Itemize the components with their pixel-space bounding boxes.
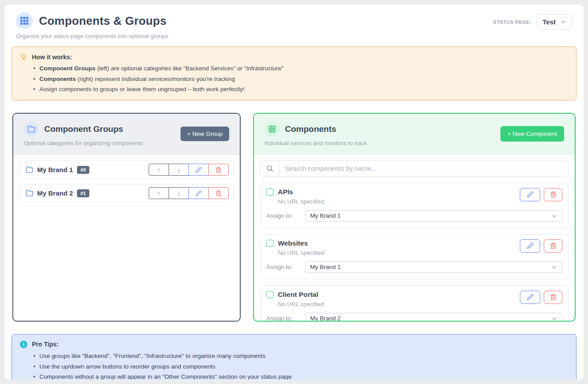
pencil-icon xyxy=(527,191,534,198)
arrow-down-icon: ↓ xyxy=(177,166,181,173)
group-order-badge: #0 xyxy=(77,166,89,174)
assign-group-select[interactable]: My Brand 2 xyxy=(305,313,562,322)
pro-tip-bullet: Use the up/down arrow buttons to reorder… xyxy=(39,361,568,372)
apps-grid-icon xyxy=(16,12,33,29)
assigned-group-value: My Brand 2 xyxy=(310,315,341,322)
component-checkbox[interactable] xyxy=(266,188,273,196)
search-input[interactable] xyxy=(279,161,568,176)
how-it-works-bullet: Components (right) represent individual … xyxy=(39,74,568,84)
component-name: Websites xyxy=(278,239,308,247)
assign-group-select[interactable]: My Brand 1 xyxy=(305,261,562,273)
assign-to-label: Assign to: xyxy=(266,264,305,270)
pro-tip-bullet: Components without a group will appear i… xyxy=(39,372,568,380)
delete-component-button[interactable] xyxy=(544,291,562,304)
new-group-button[interactable]: + New Group xyxy=(181,127,229,141)
how-it-works-title: How it works: xyxy=(32,54,72,61)
pro-tips-list: Use groups like "Backend", "Frontend", "… xyxy=(20,351,568,380)
trash-icon xyxy=(550,191,557,198)
info-icon: i xyxy=(20,341,27,348)
move-up-button[interactable]: ↑ xyxy=(149,164,169,176)
lightbulb-icon xyxy=(20,53,27,61)
edit-group-button[interactable] xyxy=(188,187,209,199)
how-it-works-list: Component Groups (left) are optional cat… xyxy=(20,63,568,95)
assign-to-label: Assign to: xyxy=(266,315,305,322)
pencil-icon xyxy=(196,167,202,173)
component-card: Client Portal No URL specified xyxy=(260,285,569,322)
component-checkbox[interactable] xyxy=(266,240,273,247)
how-it-works-bullet: Assign components to groups or leave the… xyxy=(39,84,568,95)
group-name: My Brand 2 xyxy=(37,189,73,197)
move-up-button[interactable]: ↑ xyxy=(149,187,169,199)
component-url-status: No URL specified xyxy=(278,250,324,256)
edit-component-button[interactable] xyxy=(520,188,540,201)
pro-tip-bullet: Use groups like "Backend", "Frontend", "… xyxy=(39,351,568,361)
component-checkbox[interactable] xyxy=(266,291,273,298)
delete-component-button[interactable] xyxy=(544,188,562,201)
page-subtitle: Organize your status page components int… xyxy=(16,33,168,39)
folder-icon xyxy=(26,189,33,197)
component-card: Websites No URL specified xyxy=(260,234,569,279)
search-icon xyxy=(261,161,279,176)
groups-panel-subtitle: Optional categories for organizing compo… xyxy=(24,140,143,146)
component-card: APIs No URL specified xyxy=(260,183,569,228)
component-url-status: No URL specified xyxy=(278,198,324,205)
page-header: Components & Groups Organize your status… xyxy=(12,12,576,39)
components-panel-subtitle: Individual services and monitors to trac… xyxy=(265,140,367,146)
move-down-button[interactable]: ↓ xyxy=(169,164,189,176)
component-name: APIs xyxy=(278,188,293,196)
trash-icon xyxy=(215,167,222,173)
pro-tips-box: i Pro Tips: Use groups like "Backend", "… xyxy=(12,334,576,380)
group-row: My Brand 1 #0 ↑ ↓ xyxy=(19,161,234,179)
pencil-icon xyxy=(527,242,534,249)
chevron-down-icon xyxy=(560,19,566,25)
main-card: Components & Groups Organize your status… xyxy=(4,4,584,380)
component-url-status: No URL specified xyxy=(278,301,324,307)
groups-panel-title: Component Groups xyxy=(44,124,123,134)
edit-component-button[interactable] xyxy=(520,239,540,253)
arrow-up-icon: ↑ xyxy=(158,190,161,197)
pro-tips-title: Pro Tips: xyxy=(32,341,58,348)
trash-icon xyxy=(550,242,557,249)
edit-component-button[interactable] xyxy=(520,291,540,304)
component-groups-panel: Component Groups Optional categories for… xyxy=(12,113,241,322)
assigned-group-value: My Brand 1 xyxy=(310,264,341,270)
arrow-down-icon: ↓ xyxy=(177,190,181,197)
components-panel-title: Components xyxy=(285,124,336,134)
folder-icon xyxy=(26,166,33,173)
component-name: Client Portal xyxy=(278,291,318,299)
trash-icon xyxy=(550,294,557,300)
move-down-button[interactable]: ↓ xyxy=(169,187,189,199)
arrow-up-icon: ↑ xyxy=(158,166,161,173)
trash-icon xyxy=(215,190,222,196)
status-page-select[interactable]: Test xyxy=(537,14,572,30)
components-panel: Components Individual services and monit… xyxy=(253,113,576,322)
status-page-label: STATUS PAGE: xyxy=(493,19,532,25)
chevron-down-icon xyxy=(551,213,557,219)
chevron-down-icon xyxy=(551,264,557,271)
how-it-works-box: How it works: Component Groups (left) ar… xyxy=(12,46,576,100)
group-name: My Brand 1 xyxy=(37,166,73,173)
group-order-badge: #1 xyxy=(77,189,89,197)
assigned-group-value: My Brand 1 xyxy=(310,212,341,219)
status-page-value: Test xyxy=(542,18,556,26)
assign-to-label: Assign to: xyxy=(266,212,305,219)
chevron-down-icon xyxy=(551,315,557,322)
folder-icon xyxy=(24,122,39,137)
assign-group-select[interactable]: My Brand 1 xyxy=(305,210,562,222)
delete-component-button[interactable] xyxy=(544,239,562,253)
pencil-icon xyxy=(527,294,534,300)
grid-icon xyxy=(265,122,280,137)
page-title: Components & Groups xyxy=(39,14,166,28)
group-row: My Brand 2 #1 ↑ ↓ xyxy=(19,184,234,203)
how-it-works-bullet: Component Groups (left) are optional cat… xyxy=(39,63,568,74)
edit-group-button[interactable] xyxy=(188,164,209,176)
delete-group-button[interactable] xyxy=(208,164,229,176)
delete-group-button[interactable] xyxy=(208,187,229,199)
component-search xyxy=(260,161,569,177)
pencil-icon xyxy=(196,190,202,196)
new-component-button[interactable]: + New Component xyxy=(500,126,564,142)
